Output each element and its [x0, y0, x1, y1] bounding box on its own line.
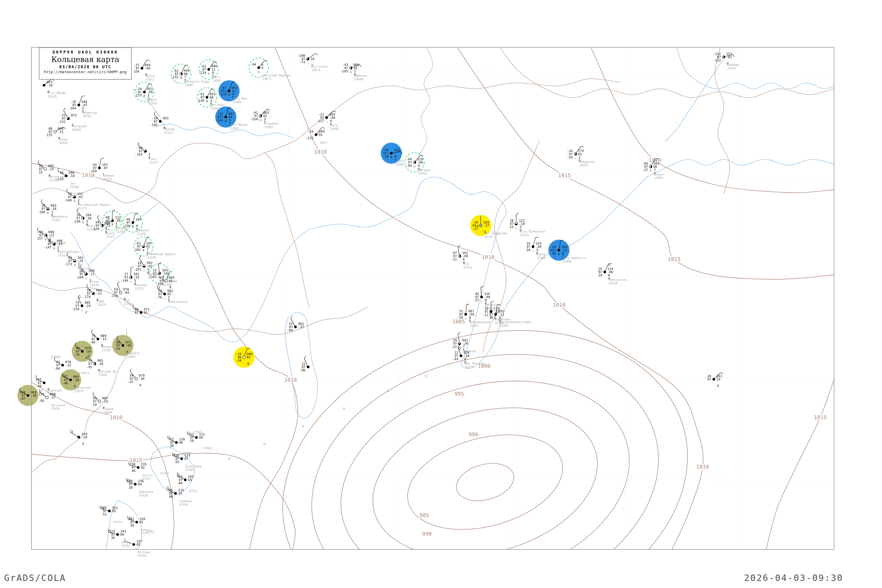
station-name: Усть-Мая — [233, 97, 247, 100]
bulletin-header: QHPP98 UAOL 030600 — [39, 50, 131, 54]
cloud-cover-symbol — [349, 66, 352, 69]
cloud-cover-symbol — [464, 313, 467, 315]
station-name: Петропавловск-Камч — [500, 321, 531, 324]
svg-text:-59: -59 — [567, 156, 573, 159]
svg-text:-06: -06 — [300, 368, 306, 372]
cloud-type-symbol: ◡ — [574, 156, 576, 159]
station-id: 31786 — [102, 349, 111, 352]
svg-text:126: 126 — [93, 227, 99, 231]
cloud-type-symbol: ⧖ — [228, 93, 230, 96]
svg-text:-54: -54 — [114, 347, 120, 351]
cloud-cover-symbol — [85, 273, 87, 275]
cloud-cover-symbol — [459, 354, 462, 357]
cloud-cover-symbol — [180, 457, 183, 460]
station-name: Хуларин — [148, 272, 160, 276]
station-id: 31538 — [90, 284, 99, 287]
station-plot: -9466△Охотский Перевоз24871 — [249, 58, 291, 81]
station-plot: -1096-10090010 — [233, 346, 255, 368]
svg-text:-34: -34 — [525, 248, 530, 252]
svg-text:-159: -159 — [89, 170, 97, 173]
station-id: 32562 — [470, 324, 478, 327]
cloud-cover-symbol — [43, 381, 45, 384]
station-name: Восточная — [312, 65, 327, 68]
cloud-type-symbol: ⧖ — [390, 155, 392, 159]
svg-text:181: 181 — [135, 248, 141, 252]
station-plot: 3097-184093-1615△Шимановск31442 — [38, 200, 68, 222]
isobar-label: 1010 — [284, 376, 297, 383]
svg-text:03: 03 — [140, 520, 143, 524]
cloud-cover-symbol — [46, 207, 49, 210]
svg-text:44: 44 — [132, 469, 136, 473]
station-name: Усть-Воямполка — [520, 230, 545, 233]
svg-text:-152: -152 — [713, 58, 721, 62]
isobar-label: 990 — [422, 531, 432, 537]
cloud-cover-symbol — [325, 116, 328, 119]
station-id: 47402 — [203, 447, 212, 450]
station-plot: 9397-14083-190Терней31909 — [91, 392, 114, 414]
wind-barb — [131, 267, 134, 276]
station-plot: 77973613006 — [167, 436, 185, 448]
cloud-type-symbol: ⧖ — [206, 99, 208, 103]
map-canvas: 1010101510201010101510101005100099599098… — [0, 0, 882, 588]
cloud-type-symbol: ◡ — [465, 316, 466, 320]
cloud-cover-symbol — [81, 304, 83, 307]
station-id: 47417 — [189, 489, 198, 493]
svg-text:-50: -50 — [457, 316, 463, 320]
svg-text:-18: -18 — [98, 362, 103, 366]
station-id: 30385 — [48, 95, 57, 98]
cloud-cover-symbol — [81, 217, 84, 219]
svg-text:0: 0 — [140, 383, 141, 387]
cloud-cover-symbol — [108, 510, 111, 512]
weather-ring-map-page: 1010101510201010101510101005100099599098… — [0, 0, 882, 588]
station-plot: 65970811513Urakawa47426 — [166, 487, 192, 506]
station-id: 25563 — [728, 67, 736, 70]
svg-text:-17: -17 — [483, 224, 489, 228]
cloud-cover-symbol — [458, 255, 461, 257]
svg-text:-22: -22 — [451, 345, 457, 349]
svg-text:-94: -94 — [250, 63, 256, 66]
weather-symbol: ∗ — [225, 89, 227, 93]
svg-text:-117: -117 — [316, 119, 324, 123]
station-id: 31845 — [99, 374, 107, 376]
svg-text:-49: -49 — [36, 384, 42, 388]
station-name: Кировский — [74, 386, 90, 389]
station-plot: 8897-54071-090Гвасюги31801 — [112, 335, 139, 358]
svg-text:01: 01 — [144, 311, 148, 315]
cloud-cover-symbol — [143, 90, 146, 93]
cloud-cover-symbol — [111, 219, 114, 222]
svg-text:-27: -27 — [50, 396, 56, 399]
cloud-cover-symbol — [52, 243, 55, 245]
station-plot: 98974413502Suttsu47421 — [128, 462, 153, 480]
cloud-cover-symbol — [315, 133, 317, 136]
cloud-cover-symbol — [129, 276, 132, 278]
svg-text:-154: -154 — [72, 307, 80, 311]
station-id: 31801 — [127, 355, 135, 358]
svg-text:-16: -16 — [139, 377, 145, 381]
svg-text:19: 19 — [190, 439, 194, 443]
station-id: 31016 — [148, 102, 157, 105]
cloud-cover-symbol — [64, 174, 68, 177]
svg-text:-174: -174 — [83, 295, 91, 299]
station-id: 31329 — [137, 232, 146, 236]
station-id: 31532 — [135, 287, 144, 290]
cloud-cover-symbol — [69, 378, 72, 381]
svg-text:-149: -149 — [120, 279, 129, 282]
svg-text:-163: -163 — [135, 153, 143, 156]
map-layers — [32, 47, 834, 588]
station-id: 24679 — [312, 69, 321, 72]
station-name: Комсомольск — [168, 300, 188, 303]
station-id: 47404 — [183, 452, 192, 455]
station-plot: 5197-60062-37 — [287, 316, 304, 332]
svg-text:-84: -84 — [54, 367, 60, 370]
station-plot: 10597511610547574 — [99, 506, 122, 524]
svg-text:-139: -139 — [123, 224, 130, 228]
station-id: 47582 — [122, 544, 130, 548]
station-plot: -6197-1140461245△Амга24962 — [198, 60, 222, 82]
cloud-cover-symbol — [43, 84, 45, 86]
cloud-type-symbol: △ — [74, 263, 75, 266]
svg-text:-91: -91 — [86, 365, 92, 369]
cloud-cover-symbol — [206, 96, 208, 99]
svg-text:35: 35 — [111, 536, 115, 540]
cloud-cover-symbol — [159, 120, 161, 123]
station-name: Morioka — [138, 550, 150, 554]
